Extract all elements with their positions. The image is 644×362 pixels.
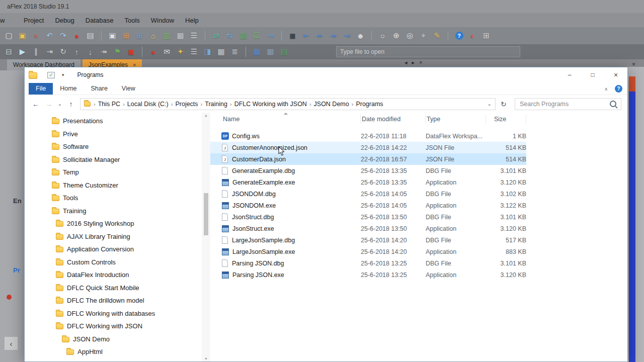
- file-row-jsonstruct-dbg[interactable]: JsonStruct.dbg25-6-2018 13:50DBG File3.1…: [210, 211, 526, 223]
- menu-database[interactable]: Database: [80, 17, 119, 24]
- tree-item-dataflex-introduction[interactable]: DataFlex Introduction: [25, 268, 202, 282]
- breadcrumb-item-json-demo[interactable]: JSON Demo: [313, 100, 350, 108]
- quick-access-icon[interactable]: ✓: [47, 72, 55, 78]
- tab-close-all-icon[interactable]: ×: [419, 59, 422, 66]
- breadcrumb-item-projects[interactable]: Projects: [174, 100, 199, 108]
- column-header-type[interactable]: Type: [426, 115, 486, 124]
- nav-next-icon[interactable]: ↠: [327, 30, 340, 42]
- run-to-cursor-icon[interactable]: ↠: [97, 46, 111, 58]
- column-header-date-modified[interactable]: Date modified: [361, 115, 426, 124]
- redo-icon[interactable]: ↷: [56, 30, 70, 42]
- table-orange-icon[interactable]: ⊞: [119, 30, 133, 42]
- dark-window-icon[interactable]: ◼: [286, 30, 299, 42]
- collapse-panel-button[interactable]: ‹: [5, 337, 18, 350]
- undo-icon[interactable]: ↶: [43, 30, 56, 42]
- sync-icon[interactable]: ⇄: [209, 30, 223, 42]
- refresh-icon[interactable]: ↻: [501, 100, 507, 108]
- menu-help[interactable]: Help: [180, 17, 204, 24]
- print-icon[interactable]: ▤: [84, 30, 97, 42]
- tree-item-training[interactable]: Training: [25, 205, 202, 218]
- breadcrumb-item-local-disk-c[interactable]: Local Disk (C:): [126, 100, 170, 108]
- tree-item-custom-controls[interactable]: Custom Controls: [25, 256, 202, 269]
- tree-item-presentations[interactable]: Presentations: [25, 115, 202, 128]
- minimize-button[interactable]: –: [558, 67, 581, 82]
- list-icon[interactable]: ☰: [187, 30, 201, 42]
- edit-icon[interactable]: ✎: [430, 30, 444, 42]
- scroll-down-icon[interactable]: ▼: [202, 357, 210, 360]
- find-icon[interactable]: ◎: [403, 30, 417, 42]
- pause-icon[interactable]: ∥: [29, 46, 43, 58]
- panel-green-icon[interactable]: ▥: [160, 30, 174, 42]
- tree-item-application-conversion[interactable]: Application Conversion: [25, 243, 202, 256]
- file-row-generateexample-exe[interactable]: GenerateExample.exe25-6-2018 13:35Applic…: [210, 176, 526, 188]
- tree-scrollbar[interactable]: ▲ ▼: [202, 113, 210, 361]
- file-row-jsondom-exe[interactable]: JSONDOM.exe25-6-2018 14:05Application3.1…: [210, 200, 526, 211]
- table-blue-icon[interactable]: ⊞: [133, 30, 146, 42]
- breadcrumb-item-training[interactable]: Training: [204, 100, 228, 108]
- ribbon-tab-home[interactable]: Home: [53, 83, 84, 95]
- menu-project[interactable]: Project: [18, 17, 49, 24]
- address-dropdown-icon[interactable]: ⌄: [488, 101, 492, 107]
- column-header-name[interactable]: Name: [210, 115, 361, 124]
- delete-icon[interactable]: ×: [29, 30, 43, 42]
- tree-item-prive[interactable]: Prive: [25, 128, 202, 141]
- step-into-icon[interactable]: ↓: [84, 46, 97, 58]
- tree-item-tools[interactable]: Tools: [25, 192, 202, 205]
- file-row-largejsonsample-dbg[interactable]: LargeJsonSample.dbg25-6-2018 14:20DBG Fi…: [210, 234, 526, 246]
- search-icon[interactable]: ○: [376, 30, 389, 42]
- close-button[interactable]: ×: [604, 67, 627, 82]
- restart-icon[interactable]: ↻: [56, 46, 70, 58]
- split-window-icon[interactable]: ◨: [201, 46, 214, 58]
- menu-window[interactable]: Window: [145, 17, 180, 24]
- address-bar[interactable]: ›This PC›Local Disk (C:)›Projects›Traini…: [80, 98, 496, 110]
- table-green-icon[interactable]: ▤: [277, 46, 291, 58]
- help-icon[interactable]: ?: [452, 30, 466, 42]
- nav-prev-icon[interactable]: ↞: [313, 30, 327, 42]
- file-row-parsing-json-dbg[interactable]: Parsing JSON.dbg25-6-2018 13:25DBG File3…: [210, 257, 526, 269]
- ribbon-tab-view[interactable]: View: [115, 83, 142, 95]
- maximize-button[interactable]: □: [581, 67, 604, 82]
- rows-icon[interactable]: ≣: [228, 46, 242, 58]
- file-row-jsonstruct-exe[interactable]: JsonStruct.exe25-6-2018 13:50Application…: [210, 223, 526, 234]
- data-table-icon[interactable]: ▦: [250, 46, 264, 58]
- file-row-largejsonsample-exe[interactable]: LargeJsonSample.exe25-6-2018 14:20Applic…: [210, 246, 526, 257]
- scroll-up-icon[interactable]: ▲: [202, 114, 210, 117]
- back-button[interactable]: ←: [30, 100, 42, 108]
- tree-item-2016-styling-workshop[interactable]: 2016 Styling Workshop: [25, 217, 202, 230]
- ribbon-collapse-icon[interactable]: ∧: [604, 86, 608, 92]
- tree-item-dflc-working-with-json[interactable]: DFLC Working with JSON: [25, 320, 202, 333]
- tree-item-json-demo[interactable]: JSON Demo: [25, 333, 202, 346]
- grid-icon[interactable]: ▦: [214, 46, 228, 58]
- step-over-icon[interactable]: ⇥: [43, 46, 56, 58]
- scrollbar-thumb[interactable]: [204, 193, 208, 235]
- forward-button[interactable]: →: [43, 100, 55, 108]
- search-input[interactable]: Search Programs: [515, 98, 621, 110]
- key-icon[interactable]: ✦: [174, 46, 187, 58]
- breadcrumb-item-dflc-working-with-json[interactable]: DFLC Working with JSON: [233, 100, 308, 108]
- file-row-config-ws[interactable]: DFConfig.ws22-6-2018 11:18DataFlex Works…: [210, 130, 526, 142]
- about-icon[interactable]: ◐: [466, 30, 479, 42]
- tree-item-dflc-the-drilldown-model[interactable]: DFLC The drilldown model: [25, 294, 202, 307]
- background-close-icon[interactable]: ×: [632, 61, 635, 68]
- compare-icon[interactable]: ⇆: [223, 30, 236, 42]
- breadcrumb-item-programs[interactable]: Programs: [355, 100, 384, 108]
- home-icon[interactable]: ⌂: [146, 30, 160, 42]
- ribbon-tab-share[interactable]: Share: [84, 83, 115, 95]
- tree-item-software[interactable]: Software: [25, 140, 202, 153]
- copy-icon[interactable]: ▣: [106, 30, 119, 42]
- menu-debug[interactable]: Debug: [49, 17, 79, 24]
- tree-item-sollicitatie-manager[interactable]: Sollicitatie Manager: [25, 153, 202, 166]
- locate-icon[interactable]: ⌖: [417, 30, 430, 42]
- tree-item-ajax-library-training[interactable]: AJAX Library Training: [25, 230, 202, 243]
- flag-icon[interactable]: ⚑: [111, 46, 124, 58]
- user-icon[interactable]: ☻: [354, 30, 367, 42]
- nav-last-icon[interactable]: ⇥: [340, 30, 354, 42]
- zoom-icon[interactable]: ⊕: [389, 30, 403, 42]
- file-row-parsing-json-exe[interactable]: Parsing JSON.exe25-6-2018 13:25Applicati…: [210, 269, 526, 281]
- tree-item-dflc-quick-start-mobile[interactable]: DFLC Quick Start Mobile: [25, 282, 202, 295]
- recent-locations-caret-icon[interactable]: ⌄: [56, 101, 64, 107]
- mail-icon[interactable]: ✉: [160, 46, 174, 58]
- tree-item-temp[interactable]: Temp: [25, 166, 202, 179]
- new-document-icon[interactable]: ▢: [2, 30, 16, 42]
- tree-item-theme-customizer[interactable]: Theme Customizer: [25, 179, 202, 192]
